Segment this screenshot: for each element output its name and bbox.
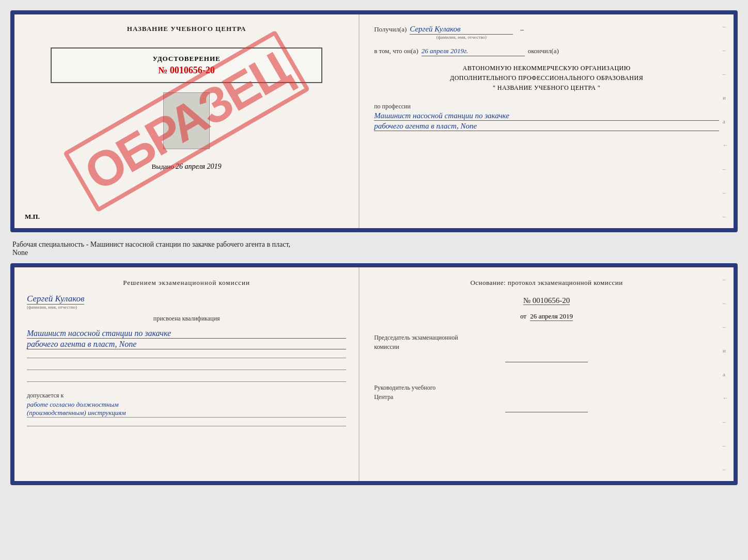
- bottom-document: Решением экзаменационной комиссии Сергей…: [10, 263, 738, 485]
- rukovoditel-sig-line: [505, 412, 588, 412]
- poluchil-row: Получил(а) Сергей Кулаков (фамилия, имя,…: [374, 25, 719, 40]
- dopuskaetsya-value: работе согласно должностным(производстве…: [27, 401, 346, 418]
- org-line1: АВТОНОМНУЮ НЕКОММЕРЧЕСКУЮ ОРГАНИЗАЦИЮ: [374, 63, 719, 73]
- mp-line: М.П.: [25, 213, 40, 221]
- org-line2: ДОПОЛНИТЕЛЬНОГО ПРОФЕССИОНАЛЬНОГО ОБРАЗО…: [374, 73, 719, 83]
- vydano-label: Выдано: [152, 163, 174, 170]
- familiya-text: (фамилия, имя, отчество): [437, 35, 487, 40]
- vydano-date: 26 апреля 2019: [176, 163, 221, 170]
- cert-title: УДОСТОВЕРЕНИЕ: [60, 55, 313, 63]
- predsedatel-text: Председатель экзаменационнойкомиссии: [374, 333, 719, 351]
- kvali-label: присвоена квалификация: [27, 315, 346, 323]
- ot-date: 26 апреля 2019: [530, 312, 573, 321]
- org-line3: " НАЗВАНИЕ УЧЕБНОГО ЦЕНТРА ": [374, 83, 719, 93]
- certificate-box: УДОСТОВЕРЕНИЕ № 0010656-20: [51, 47, 322, 83]
- vydano-line: Выдано 26 апреля 2019: [152, 163, 222, 171]
- protocol-number: № 0010656-20: [523, 296, 570, 305]
- bottom-name-value: Сергей Кулаков: [27, 294, 84, 305]
- sep2: [27, 370, 346, 370]
- top-document: НАЗВАНИЕ УЧЕБНОГО ЦЕНТРА ОБРАЗЕЦ УДОСТОВ…: [10, 10, 738, 232]
- sep3: [27, 381, 346, 382]
- dopuskaetsya-label: допускается к: [27, 392, 64, 399]
- poluchil-value: Сергей Кулаков: [410, 25, 513, 35]
- sep1: [27, 358, 346, 358]
- osnov-title: Основание: протокол экзаменационной коми…: [374, 278, 719, 289]
- okoncil-label: окончил(а): [528, 47, 559, 55]
- top-doc-right: Получил(а) Сергей Кулаков (фамилия, имя,…: [360, 14, 734, 228]
- right-dashes: – – – и а ← – – –: [723, 14, 728, 228]
- bottom-right-dashes: – – – и а ← – – –: [723, 267, 728, 481]
- profession-label: по профессии: [374, 103, 719, 110]
- bottom-doc-right: Основание: протокол экзаменационной коми…: [360, 267, 734, 481]
- signatures-block: Председатель экзаменационнойкомиссии Рук…: [374, 333, 719, 412]
- photo-placeholder: [163, 92, 210, 149]
- profession-block: по профессии Машинист насосной станции п…: [374, 101, 719, 131]
- dopuskaetsya-block: допускается к работе согласно должностны…: [27, 390, 346, 418]
- org-block: АВТОНОМНУЮ НЕКОММЕРЧЕСКУЮ ОРГАНИЗАЦИЮ ДО…: [374, 63, 719, 93]
- sep-bottom: [27, 426, 346, 426]
- page-wrapper: НАЗВАНИЕ УЧЕБНОГО ЦЕНТРА ОБРАЗЕЦ УДОСТОВ…: [10, 10, 738, 485]
- rukovoditel-block: Руководитель учебногоЦентра: [374, 383, 719, 412]
- vtom-label: в том, что он(а): [374, 47, 418, 55]
- bottom-doc-left: Решением экзаменационной комиссии Сергей…: [14, 267, 360, 481]
- predsedatel-block: Председатель экзаменационнойкомиссии: [374, 333, 719, 362]
- kvali-line2: рабочего агента в пласт, None: [27, 340, 346, 349]
- middle-text-content: Рабочая специальность - Машинист насосно…: [12, 241, 290, 257]
- komissia-title: Решением экзаменационной комиссии: [27, 278, 346, 289]
- protocol-number-block: № 0010656-20: [374, 296, 719, 305]
- ot-line: от 26 апреля 2019: [374, 312, 719, 321]
- rukovoditel-text: Руководитель учебногоЦентра: [374, 383, 719, 402]
- top-left-title: НАЗВАНИЕ УЧЕБНОГО ЦЕНТРА: [127, 25, 246, 33]
- bottom-name-block: Сергей Кулаков (фамилия, имя, отчество): [27, 294, 346, 310]
- predsedatel-sig-line: [505, 362, 588, 362]
- cert-number: № 0010656-20: [60, 65, 313, 76]
- ot-label: от: [520, 312, 526, 320]
- top-doc-left: НАЗВАНИЕ УЧЕБНОГО ЦЕНТРА ОБРАЗЕЦ УДОСТОВ…: [14, 14, 360, 228]
- kvali-line1: Машинист насосной станции по закачке: [27, 329, 346, 339]
- vtom-row: в том, что он(а) 26 апреля 2019г. окончи…: [374, 47, 719, 56]
- profession-line2: рабочего агента в пласт, None: [374, 122, 719, 131]
- middle-text: Рабочая специальность - Машинист насосно…: [10, 236, 738, 259]
- profession-line1: Машинист насосной станции по закачке: [374, 111, 719, 121]
- kvali-block: Машинист насосной станции по закачке раб…: [27, 328, 346, 349]
- poluchil-label: Получил(а): [374, 25, 407, 34]
- bottom-name-subtext: (фамилия, имя, отчество): [27, 305, 77, 310]
- vtom-value: 26 апреля 2019г.: [422, 47, 525, 56]
